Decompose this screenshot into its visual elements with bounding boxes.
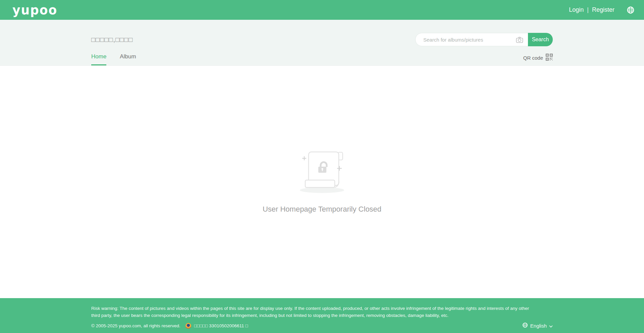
shadow-ellipse [300,187,344,193]
qr-code-control[interactable]: QR code [523,54,553,62]
locked-scroll-illustration [288,149,356,198]
search-button[interactable]: Search [528,33,553,46]
footer-globe-icon [522,322,528,329]
qr-code-label: QR code [523,55,543,61]
footer: Risk warning: The content of pictures an… [0,298,644,333]
qr-code-icon [546,54,553,62]
auth-separator: | [587,6,589,13]
risk-warning-text: Risk warning: The content of pictures an… [91,305,537,319]
beian-text[interactable]: □□□□□ 33010502006611 □ [194,323,248,328]
language-globe-icon[interactable] [627,6,635,14]
police-badge-icon [185,323,191,329]
language-label: English [530,323,547,329]
language-selector[interactable]: English [522,322,553,329]
image-search-camera-icon[interactable] [516,36,524,45]
copyright-text: © 2005-2025 yupoo.com, all rights reserv… [91,323,180,328]
register-link[interactable]: Register [589,6,618,13]
profile-header: □□□□□,□□□□ Search Home Album QR c [0,20,644,66]
tab-home[interactable]: Home [91,53,106,65]
yupoo-logo[interactable]: yupoo [12,3,57,17]
search-bar: Search [415,33,553,46]
login-link[interactable]: Login [566,6,587,13]
copyright-group: © 2005-2025 yupoo.com, all rights reserv… [91,323,248,329]
main-content: User Homepage Temporarily Closed [0,66,644,298]
closed-message: User Homepage Temporarily Closed [263,205,381,214]
tab-album[interactable]: Album [120,53,136,65]
user-title: □□□□□,□□□□ [91,36,133,44]
top-bar: yupoo Login | Register [0,0,644,20]
chevron-down-icon [549,323,553,329]
profile-tabs: Home Album [91,53,136,65]
auth-nav: Login | Register [566,6,618,13]
